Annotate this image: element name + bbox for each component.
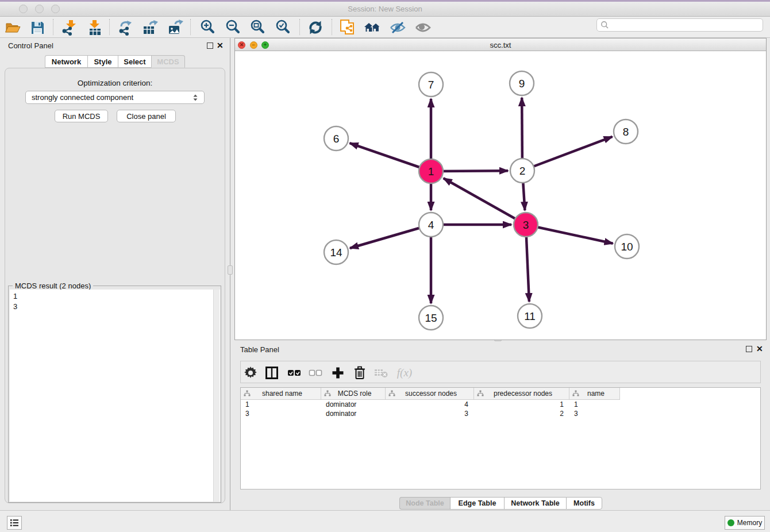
table-tab-node-table[interactable]: Node Table xyxy=(399,497,450,510)
table-toolbar: f(x) xyxy=(240,361,761,383)
show-graphics-details-icon[interactable] xyxy=(413,18,433,37)
mcds-result-scrollbar[interactable] xyxy=(213,290,220,502)
network-window-titlebar: ✕ − + scc.txt xyxy=(235,38,766,51)
graph-node-label-15: 15 xyxy=(425,312,437,324)
table-cell: dominator xyxy=(321,409,386,418)
table-settings-gear-icon[interactable] xyxy=(241,361,260,384)
table-cell: 3 xyxy=(386,409,474,418)
graph-node-label-4: 4 xyxy=(428,219,434,231)
table-row[interactable]: 3dominator323 xyxy=(241,409,620,418)
column-header-predecessor-nodes[interactable]: predecessor nodes xyxy=(474,388,569,400)
graph-node-label-6: 6 xyxy=(333,133,340,145)
node-table-header: shared nameMCDS rolesuccessor nodesprede… xyxy=(241,388,620,400)
control-panel-close-button[interactable]: ✕ xyxy=(217,43,224,49)
search-input[interactable] xyxy=(596,18,763,32)
mcds-result-box: MCDS result (2 nodes) 1 3 xyxy=(8,286,221,503)
hide-graphics-details-icon[interactable] xyxy=(388,18,407,37)
save-session-icon[interactable] xyxy=(28,18,47,37)
memory-status-dot xyxy=(727,519,734,526)
memory-button[interactable]: Memory xyxy=(725,516,765,530)
control-panel-tab-select[interactable]: Select xyxy=(118,55,151,68)
show-panels-list-button[interactable] xyxy=(7,516,22,530)
network-window-title: scc.txt xyxy=(235,41,766,49)
column-header-name[interactable]: name xyxy=(569,388,620,400)
table-cell: 3 xyxy=(569,409,620,418)
column-header-successor-nodes[interactable]: successor nodes xyxy=(386,388,474,400)
table-cell: 1 xyxy=(241,400,321,409)
graph-node-label-8: 8 xyxy=(623,126,629,138)
vertical-splitter-handle[interactable] xyxy=(228,265,233,275)
graph-node-label-2: 2 xyxy=(519,165,526,177)
column-header-shared-name[interactable]: shared name xyxy=(241,388,321,400)
control-panel-tab-style[interactable]: Style xyxy=(87,55,118,68)
search-icon xyxy=(600,21,609,29)
import-network-icon[interactable] xyxy=(59,18,79,37)
table-cell: 2 xyxy=(474,409,569,418)
graph-node-label-14: 14 xyxy=(330,246,342,259)
table-panel-close-button[interactable]: ✕ xyxy=(756,346,763,352)
graph-node-label-9: 9 xyxy=(519,78,525,90)
table-row[interactable]: 1dominator411 xyxy=(241,400,620,409)
close-panel-button[interactable]: Close panel xyxy=(117,110,176,122)
control-panel-tab-mcds[interactable]: MCDS xyxy=(151,55,185,68)
table-panel-tabs: Node TableEdge TableNetwork TableMotifs xyxy=(399,497,602,510)
run-mcds-button[interactable]: Run MCDS xyxy=(55,110,108,122)
optimization-criterion-dropdown[interactable]: strongly connected component xyxy=(25,91,205,104)
zoom-fit-icon[interactable] xyxy=(248,18,268,37)
deselect-all-rows-icon[interactable] xyxy=(306,361,325,384)
table-cell: 1 xyxy=(569,400,620,409)
graph-edge-3-10[interactable] xyxy=(526,225,613,244)
table-columns-icon[interactable] xyxy=(262,361,282,384)
window-title: Session: New Session xyxy=(0,5,770,13)
control-panel-title: Control Panel xyxy=(8,41,53,50)
graph-node-label-1: 1 xyxy=(428,165,434,178)
table-cell: dominator xyxy=(321,400,386,409)
zoom-out-icon[interactable] xyxy=(224,18,243,37)
table-tab-network-table[interactable]: Network Table xyxy=(504,497,566,510)
export-table-icon[interactable] xyxy=(141,18,160,37)
list-icon xyxy=(10,519,19,527)
mcds-result-list[interactable]: 1 3 xyxy=(10,290,220,502)
graph-edge-3-1[interactable] xyxy=(444,178,526,225)
import-table-icon[interactable] xyxy=(85,18,105,37)
status-bar: Memory xyxy=(0,510,770,532)
column-header-MCDS-role[interactable]: MCDS role xyxy=(321,388,386,400)
table-panel-title: Table Panel xyxy=(240,345,279,354)
zoom-selected-icon[interactable] xyxy=(274,18,293,37)
delete-column-trash-icon[interactable] xyxy=(350,361,369,384)
optimization-criterion-label: Optimization criterion: xyxy=(5,79,225,87)
network-graph[interactable]: 7968124314101511 xyxy=(235,51,766,340)
table-cell: 4 xyxy=(386,400,474,409)
table-cell: 1 xyxy=(474,400,569,409)
main-toolbar xyxy=(0,17,770,38)
mcds-result-title: MCDS result (2 nodes) xyxy=(13,282,93,290)
share-document-icon[interactable] xyxy=(337,18,357,37)
open-session-icon[interactable] xyxy=(3,18,22,37)
table-panel-float-button[interactable] xyxy=(746,346,752,352)
graph-edge-2-8[interactable] xyxy=(522,137,613,171)
control-panel-tab-network[interactable]: Network xyxy=(45,55,87,68)
window-titlebar: Session: New Session xyxy=(0,0,770,17)
home-views-icon[interactable] xyxy=(363,18,382,37)
control-panel-tabs: NetworkStyleSelectMCDS xyxy=(45,55,185,68)
graph-node-label-7: 7 xyxy=(428,79,434,91)
graph-node-label-11: 11 xyxy=(524,310,536,322)
node-table: shared nameMCDS rolesuccessor nodesprede… xyxy=(240,387,761,489)
table-tab-motifs[interactable]: Motifs xyxy=(566,497,602,510)
control-panel-float-button[interactable] xyxy=(207,43,213,49)
table-cell: 3 xyxy=(241,409,321,418)
graph-edge-1-6[interactable] xyxy=(350,143,431,171)
export-network-icon[interactable] xyxy=(116,18,135,37)
table-tab-edge-table[interactable]: Edge Table xyxy=(450,497,504,510)
function-builder-icon[interactable]: f(x) xyxy=(395,361,414,384)
export-image-icon[interactable] xyxy=(166,18,186,37)
add-column-icon[interactable] xyxy=(328,361,348,384)
zoom-in-icon[interactable] xyxy=(198,18,218,37)
network-view-window: ✕ − + scc.txt 7968124314101511 xyxy=(234,38,767,340)
select-all-rows-icon[interactable] xyxy=(284,361,304,384)
refresh-layout-icon[interactable] xyxy=(306,18,325,37)
graph-node-label-10: 10 xyxy=(621,241,633,253)
delete-table-icon[interactable] xyxy=(372,361,391,384)
dropdown-stepper-icon xyxy=(191,93,200,104)
graph-node-label-3: 3 xyxy=(523,219,529,231)
